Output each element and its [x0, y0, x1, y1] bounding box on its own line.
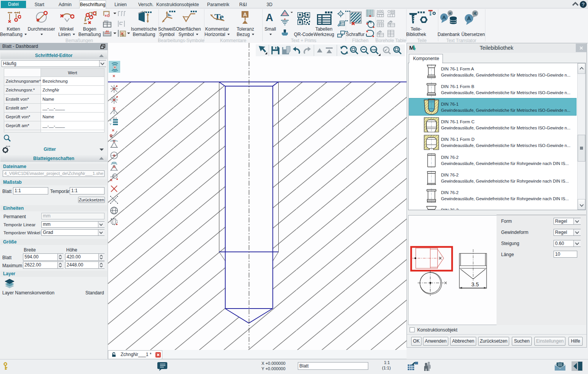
svg-text:NAME: NAME [370, 49, 377, 51]
svg-text:A: A [442, 15, 446, 20]
svg-text:Y: Y [109, 122, 112, 126]
svg-text:A: A [467, 15, 471, 21]
svg-text:I€: I€ [474, 11, 477, 16]
svg-text:3.5: 3.5 [471, 281, 479, 287]
svg-text:X: X [109, 119, 112, 122]
svg-text:?: ? [582, 2, 585, 7]
svg-text:20%: 20% [104, 20, 109, 22]
svg-text:I€: I€ [449, 11, 452, 15]
svg-text:A: A [243, 11, 247, 18]
svg-text:1: 1 [340, 13, 341, 15]
